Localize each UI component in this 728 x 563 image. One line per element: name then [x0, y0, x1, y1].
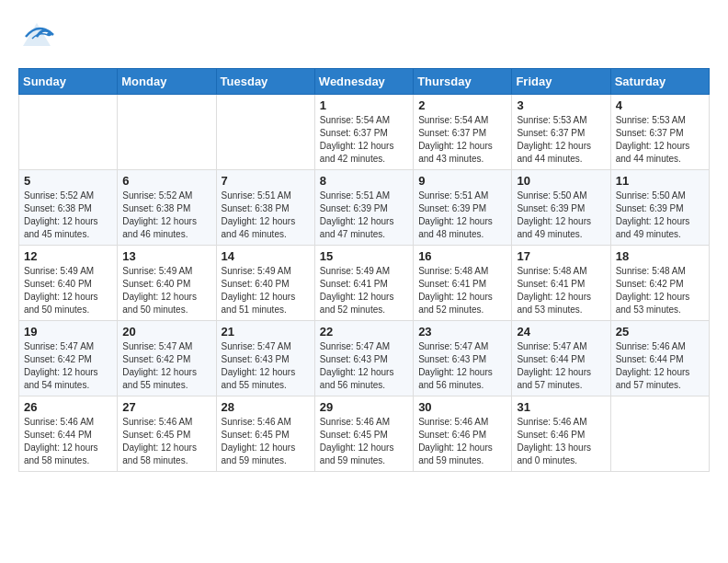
day-info: Sunrise: 5:49 AM Sunset: 6:40 PM Dayligh… [122, 265, 210, 316]
day-number: 30 [418, 400, 506, 414]
calendar-cell: 16Sunrise: 5:48 AM Sunset: 6:41 PM Dayli… [414, 246, 512, 321]
day-info: Sunrise: 5:46 AM Sunset: 6:46 PM Dayligh… [418, 416, 506, 467]
calendar-cell: 17Sunrise: 5:48 AM Sunset: 6:41 PM Dayli… [512, 246, 610, 321]
calendar-cell: 31Sunrise: 5:46 AM Sunset: 6:46 PM Dayli… [512, 396, 610, 472]
calendar-cell: 30Sunrise: 5:46 AM Sunset: 6:46 PM Dayli… [414, 396, 512, 472]
day-number: 24 [517, 325, 605, 339]
day-number: 22 [320, 325, 408, 339]
calendar-cell: 12Sunrise: 5:49 AM Sunset: 6:40 PM Dayli… [19, 246, 118, 321]
day-info: Sunrise: 5:49 AM Sunset: 6:40 PM Dayligh… [24, 265, 112, 316]
calendar-cell: 15Sunrise: 5:49 AM Sunset: 6:41 PM Dayli… [314, 246, 413, 321]
calendar-cell: 8Sunrise: 5:51 AM Sunset: 6:39 PM Daylig… [314, 170, 413, 246]
calendar-cell [19, 95, 118, 170]
calendar-cell: 19Sunrise: 5:47 AM Sunset: 6:42 PM Dayli… [19, 321, 118, 396]
day-info: Sunrise: 5:46 AM Sunset: 6:45 PM Dayligh… [320, 416, 408, 467]
day-info: Sunrise: 5:50 AM Sunset: 6:39 PM Dayligh… [616, 190, 704, 241]
calendar-cell: 18Sunrise: 5:48 AM Sunset: 6:42 PM Dayli… [610, 246, 709, 321]
calendar-header-friday: Friday [512, 69, 610, 95]
calendar-header-monday: Monday [118, 69, 216, 95]
day-info: Sunrise: 5:46 AM Sunset: 6:44 PM Dayligh… [24, 416, 112, 467]
calendar-header-wednesday: Wednesday [314, 69, 413, 95]
calendar-cell [610, 396, 709, 472]
day-number: 20 [122, 325, 210, 339]
logo [18, 18, 59, 59]
calendar-header-saturday: Saturday [610, 69, 709, 95]
day-number: 19 [24, 325, 112, 339]
day-info: Sunrise: 5:47 AM Sunset: 6:42 PM Dayligh… [122, 340, 210, 392]
day-number: 5 [24, 174, 112, 188]
day-number: 12 [24, 249, 112, 263]
calendar-cell: 4Sunrise: 5:53 AM Sunset: 6:37 PM Daylig… [610, 95, 709, 170]
day-info: Sunrise: 5:47 AM Sunset: 6:43 PM Dayligh… [320, 340, 408, 392]
calendar-cell: 10Sunrise: 5:50 AM Sunset: 6:39 PM Dayli… [512, 170, 610, 246]
calendar-header-thursday: Thursday [414, 69, 512, 95]
calendar-cell: 20Sunrise: 5:47 AM Sunset: 6:42 PM Dayli… [118, 321, 216, 396]
day-info: Sunrise: 5:51 AM Sunset: 6:38 PM Dayligh… [222, 190, 310, 241]
day-info: Sunrise: 5:48 AM Sunset: 6:41 PM Dayligh… [517, 265, 605, 316]
day-info: Sunrise: 5:49 AM Sunset: 6:40 PM Dayligh… [222, 265, 310, 316]
day-number: 29 [320, 400, 408, 414]
day-info: Sunrise: 5:51 AM Sunset: 6:39 PM Dayligh… [418, 190, 506, 241]
day-number: 3 [517, 98, 605, 112]
day-info: Sunrise: 5:47 AM Sunset: 6:43 PM Dayligh… [222, 340, 310, 392]
calendar-cell: 1Sunrise: 5:54 AM Sunset: 6:37 PM Daylig… [314, 95, 413, 170]
day-number: 23 [418, 325, 506, 339]
day-number: 26 [24, 400, 112, 414]
day-info: Sunrise: 5:49 AM Sunset: 6:41 PM Dayligh… [320, 265, 408, 316]
day-number: 31 [517, 400, 605, 414]
day-number: 2 [418, 98, 506, 112]
day-number: 18 [616, 249, 704, 263]
calendar-table: SundayMondayTuesdayWednesdayThursdayFrid… [18, 68, 710, 472]
day-info: Sunrise: 5:46 AM Sunset: 6:44 PM Dayligh… [616, 340, 704, 392]
calendar-cell: 28Sunrise: 5:46 AM Sunset: 6:45 PM Dayli… [216, 396, 314, 472]
day-number: 6 [122, 174, 210, 188]
day-number: 21 [222, 325, 310, 339]
calendar-cell: 22Sunrise: 5:47 AM Sunset: 6:43 PM Dayli… [314, 321, 413, 396]
calendar-cell: 25Sunrise: 5:46 AM Sunset: 6:44 PM Dayli… [610, 321, 709, 396]
calendar-cell: 13Sunrise: 5:49 AM Sunset: 6:40 PM Dayli… [118, 246, 216, 321]
day-info: Sunrise: 5:47 AM Sunset: 6:42 PM Dayligh… [24, 340, 112, 392]
calendar-header-row: SundayMondayTuesdayWednesdayThursdayFrid… [19, 69, 710, 95]
calendar-cell: 9Sunrise: 5:51 AM Sunset: 6:39 PM Daylig… [414, 170, 512, 246]
day-info: Sunrise: 5:48 AM Sunset: 6:41 PM Dayligh… [418, 265, 506, 316]
calendar-header-tuesday: Tuesday [216, 69, 314, 95]
day-number: 4 [616, 98, 704, 112]
calendar-cell [216, 95, 314, 170]
calendar-week-5: 26Sunrise: 5:46 AM Sunset: 6:44 PM Dayli… [19, 396, 710, 472]
day-info: Sunrise: 5:50 AM Sunset: 6:39 PM Dayligh… [517, 190, 605, 241]
day-number: 17 [517, 249, 605, 263]
calendar-cell: 27Sunrise: 5:46 AM Sunset: 6:45 PM Dayli… [118, 396, 216, 472]
day-number: 27 [122, 400, 210, 414]
calendar-cell: 26Sunrise: 5:46 AM Sunset: 6:44 PM Dayli… [19, 396, 118, 472]
day-number: 28 [222, 400, 310, 414]
day-info: Sunrise: 5:46 AM Sunset: 6:46 PM Dayligh… [517, 416, 605, 467]
day-number: 25 [616, 325, 704, 339]
page-header [18, 18, 710, 59]
day-info: Sunrise: 5:47 AM Sunset: 6:43 PM Dayligh… [418, 340, 506, 392]
day-number: 8 [320, 174, 408, 188]
day-info: Sunrise: 5:47 AM Sunset: 6:44 PM Dayligh… [517, 340, 605, 392]
calendar-week-2: 5Sunrise: 5:52 AM Sunset: 6:38 PM Daylig… [19, 170, 710, 246]
calendar-cell: 11Sunrise: 5:50 AM Sunset: 6:39 PM Dayli… [610, 170, 709, 246]
day-number: 16 [418, 249, 506, 263]
day-number: 9 [418, 174, 506, 188]
day-info: Sunrise: 5:53 AM Sunset: 6:37 PM Dayligh… [517, 114, 605, 166]
day-number: 11 [616, 174, 704, 188]
calendar-cell: 6Sunrise: 5:52 AM Sunset: 6:38 PM Daylig… [118, 170, 216, 246]
calendar-cell: 14Sunrise: 5:49 AM Sunset: 6:40 PM Dayli… [216, 246, 314, 321]
day-number: 1 [320, 98, 408, 112]
day-info: Sunrise: 5:54 AM Sunset: 6:37 PM Dayligh… [418, 114, 506, 166]
calendar-cell: 23Sunrise: 5:47 AM Sunset: 6:43 PM Dayli… [414, 321, 512, 396]
calendar-header-sunday: Sunday [19, 69, 118, 95]
day-number: 10 [517, 174, 605, 188]
calendar-cell: 7Sunrise: 5:51 AM Sunset: 6:38 PM Daylig… [216, 170, 314, 246]
logo-icon [18, 18, 55, 59]
day-number: 7 [222, 174, 310, 188]
calendar-cell [118, 95, 216, 170]
day-info: Sunrise: 5:53 AM Sunset: 6:37 PM Dayligh… [616, 114, 704, 166]
day-number: 13 [122, 249, 210, 263]
calendar-week-3: 12Sunrise: 5:49 AM Sunset: 6:40 PM Dayli… [19, 246, 710, 321]
day-number: 14 [222, 249, 310, 263]
calendar-cell: 29Sunrise: 5:46 AM Sunset: 6:45 PM Dayli… [314, 396, 413, 472]
day-info: Sunrise: 5:52 AM Sunset: 6:38 PM Dayligh… [122, 190, 210, 241]
